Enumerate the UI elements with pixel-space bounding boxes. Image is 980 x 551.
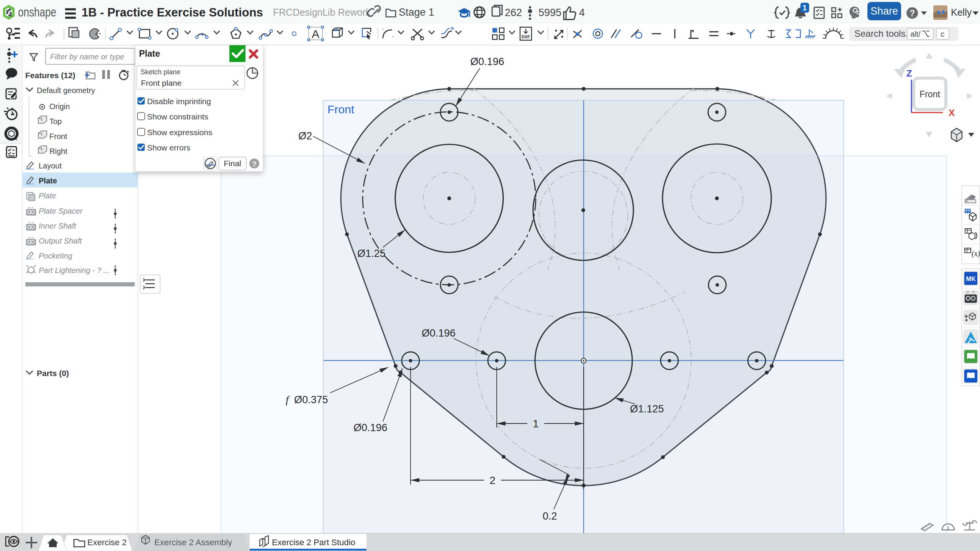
svg-text:Final: Final — [224, 159, 241, 168]
svg-text:Sketch plane: Sketch plane — [141, 68, 180, 76]
svg-text:Ø1.25: Ø1.25 — [357, 248, 386, 259]
svg-text:Share: Share — [870, 5, 898, 17]
svg-text:?: ? — [910, 8, 915, 18]
svg-text:Ø0.196: Ø0.196 — [422, 327, 456, 339]
svg-text:Front: Front — [919, 89, 940, 99]
svg-text:1: 1 — [802, 3, 807, 12]
svg-text:Ø1.125: Ø1.125 — [630, 403, 664, 415]
svg-text:Default geometry: Default geometry — [37, 86, 95, 95]
svg-text:X: X — [949, 108, 955, 118]
svg-text:Top: Top — [49, 117, 62, 126]
svg-text:MK: MK — [966, 276, 976, 282]
svg-text:Output Shaft: Output Shaft — [39, 237, 82, 245]
svg-text:Z: Z — [906, 68, 912, 78]
svg-text:Filter by name or type: Filter by name or type — [50, 52, 124, 61]
svg-text:Exercise 2 Assembly: Exercise 2 Assembly — [154, 538, 232, 547]
svg-text:262: 262 — [505, 7, 522, 18]
svg-text:Search tools...: Search tools... — [854, 28, 913, 39]
svg-text:4: 4 — [579, 7, 585, 18]
svg-text:1: 1 — [533, 418, 539, 430]
svg-text:Exercise 2 Part Studio: Exercise 2 Part Studio — [272, 538, 355, 547]
svg-text:Ø2: Ø2 — [298, 130, 312, 142]
svg-text:Part Lightening - ? ...: Part Lightening - ? ... — [39, 266, 110, 275]
svg-text:Ø0.375: Ø0.375 — [294, 394, 328, 405]
svg-text:Disable imprinting: Disable imprinting — [147, 97, 211, 106]
svg-text:1B - Practice Exercise Solutio: 1B - Practice Exercise Solutions — [82, 6, 263, 19]
svg-text:Ø0.196: Ø0.196 — [470, 56, 504, 67]
svg-text:Parts (0): Parts (0) — [37, 369, 69, 378]
svg-text:Plate: Plate — [39, 177, 57, 185]
svg-text:Plate: Plate — [139, 49, 160, 59]
svg-text:2: 2 — [489, 474, 496, 486]
svg-text:Stage 1: Stage 1 — [399, 7, 434, 18]
svg-text:Layout: Layout — [39, 162, 62, 170]
svg-text:Right: Right — [49, 147, 67, 155]
svg-text:Plate: Plate — [39, 191, 56, 200]
svg-text:Show constraints: Show constraints — [147, 112, 208, 121]
svg-text:Inner Shaft: Inner Shaft — [39, 222, 77, 230]
svg-text:A: A — [312, 28, 319, 40]
svg-text:Plate Spacer: Plate Spacer — [39, 207, 83, 215]
svg-text:c: c — [941, 30, 944, 38]
svg-text:Ø0.196: Ø0.196 — [353, 422, 388, 433]
svg-text:DXF: DXF — [522, 34, 530, 39]
svg-text:0.2: 0.2 — [543, 510, 557, 522]
svg-text:Exercise 2: Exercise 2 — [87, 538, 127, 547]
svg-text:onshape: onshape — [18, 5, 56, 19]
svg-text:Front plane: Front plane — [141, 78, 182, 87]
svg-text:5995: 5995 — [538, 7, 561, 18]
svg-text:Features (12): Features (12) — [25, 71, 75, 80]
svg-text:Pocketing: Pocketing — [39, 252, 72, 260]
svg-text:?: ? — [252, 160, 257, 168]
svg-text:alt/: alt/ — [910, 30, 921, 38]
svg-text:Show expressions: Show expressions — [147, 128, 212, 137]
svg-text:Origin: Origin — [49, 102, 70, 111]
svg-text:(x): (x) — [972, 249, 980, 258]
svg-text:Show errors: Show errors — [147, 143, 190, 152]
svg-text:FRCDesignLib Rework: FRCDesignLib Rework — [273, 7, 371, 18]
svg-text:Front: Front — [327, 103, 355, 116]
svg-text:Front: Front — [49, 132, 67, 141]
svg-text:Kelly: Kelly — [951, 7, 972, 18]
